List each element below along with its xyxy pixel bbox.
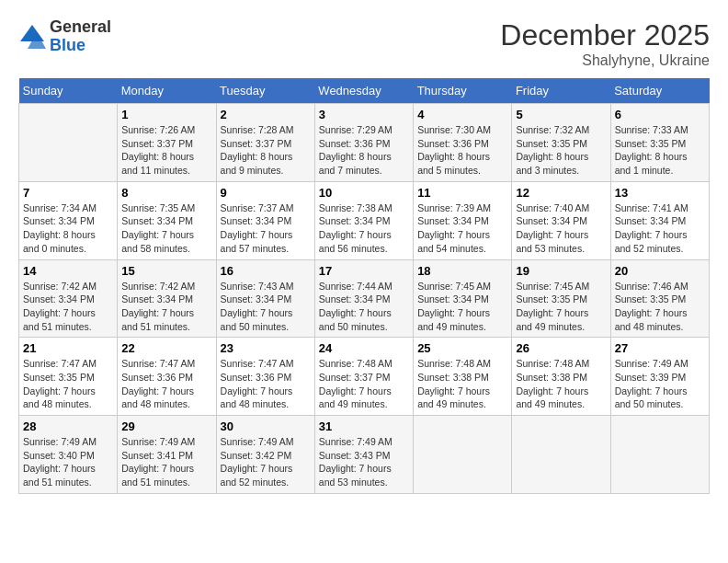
day-info: Sunrise: 7:30 AMSunset: 3:36 PMDaylight:… — [417, 123, 507, 178]
day-number: 21 — [23, 341, 113, 355]
logo: General Blue — [18, 18, 111, 55]
day-number: 4 — [417, 108, 507, 121]
calendar-cell: 5Sunrise: 7:32 AMSunset: 3:35 PMDaylight… — [512, 104, 610, 182]
calendar-cell: 26Sunrise: 7:48 AMSunset: 3:38 PMDayligh… — [512, 338, 610, 416]
day-info: Sunrise: 7:48 AMSunset: 3:38 PMDaylight:… — [516, 357, 606, 411]
day-number: 19 — [516, 264, 606, 278]
day-info: Sunrise: 7:49 AMSunset: 3:42 PMDaylight:… — [221, 435, 311, 489]
logo-blue: Blue — [50, 37, 111, 55]
day-info: Sunrise: 7:47 AMSunset: 3:35 PMDaylight:… — [23, 357, 113, 411]
day-number: 23 — [221, 341, 311, 355]
weekday-header: Thursday — [414, 78, 512, 104]
day-number: 25 — [417, 341, 507, 355]
calendar-cell: 24Sunrise: 7:48 AMSunset: 3:37 PMDayligh… — [314, 338, 413, 416]
calendar-cell — [19, 104, 118, 182]
calendar-cell: 22Sunrise: 7:47 AMSunset: 3:36 PMDayligh… — [118, 338, 216, 416]
calendar-cell: 21Sunrise: 7:47 AMSunset: 3:35 PMDayligh… — [19, 338, 118, 416]
calendar-cell: 28Sunrise: 7:49 AMSunset: 3:40 PMDayligh… — [19, 416, 118, 494]
day-number: 14 — [23, 264, 113, 278]
day-info: Sunrise: 7:45 AMSunset: 3:34 PMDaylight:… — [417, 280, 507, 334]
weekday-header: Wednesday — [314, 78, 413, 104]
day-info: Sunrise: 7:48 AMSunset: 3:38 PMDaylight:… — [417, 357, 507, 411]
day-number: 9 — [221, 186, 311, 200]
weekday-header: Friday — [512, 78, 610, 104]
day-number: 22 — [121, 341, 211, 355]
day-number: 28 — [23, 419, 113, 433]
calendar-cell: 18Sunrise: 7:45 AMSunset: 3:34 PMDayligh… — [414, 259, 512, 338]
day-info: Sunrise: 7:28 AMSunset: 3:37 PMDaylight:… — [221, 123, 311, 178]
day-info: Sunrise: 7:42 AMSunset: 3:34 PMDaylight:… — [23, 280, 113, 334]
day-number: 6 — [615, 108, 705, 121]
day-info: Sunrise: 7:34 AMSunset: 3:34 PMDaylight:… — [23, 201, 113, 256]
day-info: Sunrise: 7:49 AMSunset: 3:39 PMDaylight:… — [615, 357, 705, 411]
calendar-cell: 3Sunrise: 7:29 AMSunset: 3:36 PMDaylight… — [314, 104, 413, 182]
day-info: Sunrise: 7:44 AMSunset: 3:34 PMDaylight:… — [319, 280, 409, 334]
calendar-cell: 14Sunrise: 7:42 AMSunset: 3:34 PMDayligh… — [19, 259, 118, 338]
calendar-cell: 6Sunrise: 7:33 AMSunset: 3:35 PMDaylight… — [610, 104, 709, 182]
calendar-cell: 1Sunrise: 7:26 AMSunset: 3:37 PMDaylight… — [118, 104, 216, 182]
day-number: 11 — [417, 186, 507, 200]
calendar-cell: 19Sunrise: 7:45 AMSunset: 3:35 PMDayligh… — [512, 259, 610, 338]
weekday-header-row: SundayMondayTuesdayWednesdayThursdayFrid… — [19, 78, 710, 104]
day-number: 15 — [121, 264, 211, 278]
day-number: 13 — [615, 186, 705, 200]
day-number: 2 — [221, 108, 311, 121]
calendar-cell: 9Sunrise: 7:37 AMSunset: 3:34 PMDaylight… — [216, 181, 314, 259]
day-info: Sunrise: 7:26 AMSunset: 3:37 PMDaylight:… — [121, 123, 211, 178]
day-number: 30 — [221, 419, 311, 433]
day-info: Sunrise: 7:47 AMSunset: 3:36 PMDaylight:… — [221, 357, 311, 411]
day-info: Sunrise: 7:35 AMSunset: 3:34 PMDaylight:… — [121, 201, 211, 256]
day-number: 12 — [516, 186, 606, 200]
calendar-cell: 7Sunrise: 7:34 AMSunset: 3:34 PMDaylight… — [19, 181, 118, 259]
weekday-header: Sunday — [19, 78, 118, 104]
calendar-cell: 17Sunrise: 7:44 AMSunset: 3:34 PMDayligh… — [314, 259, 413, 338]
day-info: Sunrise: 7:39 AMSunset: 3:34 PMDaylight:… — [417, 201, 507, 256]
day-number: 7 — [23, 186, 113, 200]
calendar-cell: 25Sunrise: 7:48 AMSunset: 3:38 PMDayligh… — [414, 338, 512, 416]
day-number: 1 — [121, 108, 211, 121]
day-number: 8 — [121, 186, 211, 200]
day-info: Sunrise: 7:49 AMSunset: 3:41 PMDaylight:… — [121, 435, 211, 489]
day-info: Sunrise: 7:45 AMSunset: 3:35 PMDaylight:… — [516, 280, 606, 334]
calendar-cell — [610, 416, 709, 494]
location-subtitle: Shalyhyne, Ukraine — [500, 52, 710, 69]
day-info: Sunrise: 7:37 AMSunset: 3:34 PMDaylight:… — [221, 201, 311, 256]
month-title: December 2025 — [500, 18, 710, 52]
title-section: December 2025 Shalyhyne, Ukraine — [500, 18, 710, 69]
calendar-cell — [414, 416, 512, 494]
day-info: Sunrise: 7:49 AMSunset: 3:40 PMDaylight:… — [23, 435, 113, 489]
calendar-cell: 10Sunrise: 7:38 AMSunset: 3:34 PMDayligh… — [314, 181, 413, 259]
day-number: 20 — [615, 264, 705, 278]
weekday-header: Monday — [118, 78, 216, 104]
day-number: 31 — [319, 419, 409, 433]
day-info: Sunrise: 7:48 AMSunset: 3:37 PMDaylight:… — [319, 357, 409, 411]
day-number: 27 — [615, 341, 705, 355]
calendar-cell: 30Sunrise: 7:49 AMSunset: 3:42 PMDayligh… — [216, 416, 314, 494]
calendar-week-row: 7Sunrise: 7:34 AMSunset: 3:34 PMDaylight… — [19, 181, 710, 259]
calendar-cell: 13Sunrise: 7:41 AMSunset: 3:34 PMDayligh… — [610, 181, 709, 259]
logo-general: General — [50, 18, 111, 37]
day-info: Sunrise: 7:49 AMSunset: 3:43 PMDaylight:… — [319, 435, 409, 489]
day-number: 10 — [319, 186, 409, 200]
calendar-week-row: 14Sunrise: 7:42 AMSunset: 3:34 PMDayligh… — [19, 259, 710, 338]
calendar-cell: 2Sunrise: 7:28 AMSunset: 3:37 PMDaylight… — [216, 104, 314, 182]
calendar-cell: 12Sunrise: 7:40 AMSunset: 3:34 PMDayligh… — [512, 181, 610, 259]
calendar-cell: 4Sunrise: 7:30 AMSunset: 3:36 PMDaylight… — [414, 104, 512, 182]
calendar-table: SundayMondayTuesdayWednesdayThursdayFrid… — [18, 78, 710, 494]
day-info: Sunrise: 7:46 AMSunset: 3:35 PMDaylight:… — [615, 280, 705, 334]
day-number: 17 — [319, 264, 409, 278]
calendar-cell: 20Sunrise: 7:46 AMSunset: 3:35 PMDayligh… — [610, 259, 709, 338]
day-info: Sunrise: 7:38 AMSunset: 3:34 PMDaylight:… — [319, 201, 409, 256]
calendar-cell: 29Sunrise: 7:49 AMSunset: 3:41 PMDayligh… — [118, 416, 216, 494]
day-number: 24 — [319, 341, 409, 355]
day-number: 16 — [221, 264, 311, 278]
calendar-week-row: 28Sunrise: 7:49 AMSunset: 3:40 PMDayligh… — [19, 416, 710, 494]
day-number: 18 — [417, 264, 507, 278]
calendar-cell: 27Sunrise: 7:49 AMSunset: 3:39 PMDayligh… — [610, 338, 709, 416]
calendar-week-row: 1Sunrise: 7:26 AMSunset: 3:37 PMDaylight… — [19, 104, 710, 182]
day-info: Sunrise: 7:47 AMSunset: 3:36 PMDaylight:… — [121, 357, 211, 411]
calendar-cell: 16Sunrise: 7:43 AMSunset: 3:34 PMDayligh… — [216, 259, 314, 338]
day-number: 26 — [516, 341, 606, 355]
calendar-cell — [512, 416, 610, 494]
logo-text: General Blue — [50, 18, 111, 55]
